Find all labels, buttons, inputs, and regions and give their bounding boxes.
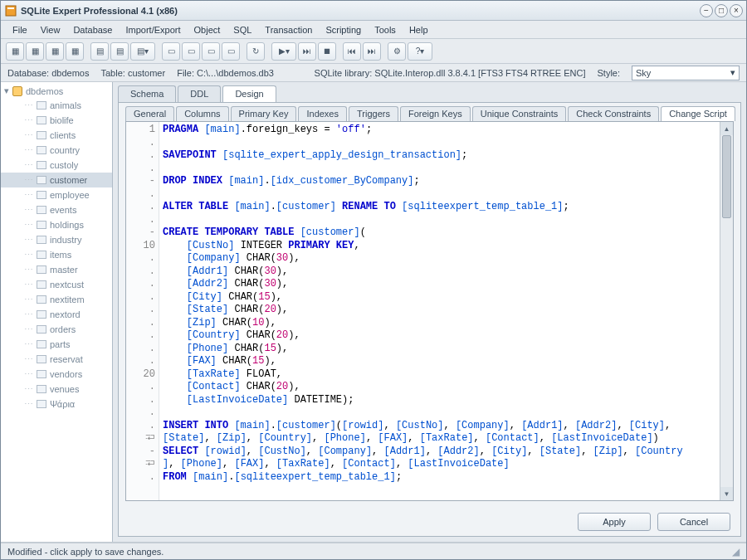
tree-item-biolife[interactable]: ⋯biolife bbox=[1, 113, 112, 128]
menu-view[interactable]: View bbox=[34, 22, 67, 37]
menu-sql[interactable]: SQL bbox=[227, 22, 258, 37]
tree-item-nextcust[interactable]: ⋯nextcust bbox=[1, 277, 112, 292]
tree-dots-icon: ⋯ bbox=[24, 190, 33, 201]
tree-item-nextord[interactable]: ⋯nextord bbox=[1, 307, 112, 322]
tab-design[interactable]: Design bbox=[222, 85, 276, 102]
tree-item-custoly[interactable]: ⋯custoly bbox=[1, 158, 112, 173]
tree-dots-icon: ⋯ bbox=[24, 115, 33, 126]
tb-btn-7[interactable]: ▤▾ bbox=[130, 42, 155, 61]
tabs-sub: General Columns Primary Key Indexes Trig… bbox=[119, 103, 740, 121]
menu-database[interactable]: Database bbox=[66, 22, 119, 37]
tab-primary-key[interactable]: Primary Key bbox=[231, 106, 297, 121]
menu-import-export[interactable]: Import/Export bbox=[119, 22, 187, 37]
menubar: File View Database Import/Export Object … bbox=[1, 21, 746, 39]
menu-object[interactable]: Object bbox=[188, 22, 227, 37]
style-select[interactable]: Sky ▾ bbox=[632, 66, 740, 80]
tab-indexes[interactable]: Indexes bbox=[298, 106, 347, 121]
tb-btn-6[interactable]: ▤ bbox=[110, 42, 129, 61]
tree-item-country[interactable]: ⋯country bbox=[1, 143, 112, 158]
tb-btn-9[interactable]: ▭ bbox=[182, 42, 200, 61]
tab-columns[interactable]: Columns bbox=[176, 106, 228, 121]
scroll-down-icon[interactable]: ▼ bbox=[720, 487, 733, 500]
tree-item-events[interactable]: ⋯events bbox=[1, 202, 112, 217]
style-value: Sky bbox=[636, 68, 651, 78]
collapse-icon: ▾ bbox=[4, 85, 9, 96]
app-icon bbox=[4, 4, 17, 17]
tab-check-constraints[interactable]: Check Constraints bbox=[568, 106, 659, 121]
table-icon bbox=[37, 221, 46, 229]
tb-stop-button[interactable]: ⏹ bbox=[318, 42, 336, 61]
tb-btn-5[interactable]: ▤ bbox=[90, 42, 109, 61]
tree-item-nextitem[interactable]: ⋯nextitem bbox=[1, 292, 112, 307]
tree-item-holdings[interactable]: ⋯holdings bbox=[1, 217, 112, 232]
tb-btn-1[interactable]: ▦ bbox=[6, 42, 24, 61]
tree-item-reservat[interactable]: ⋯reservat bbox=[1, 352, 112, 367]
menu-tools[interactable]: Tools bbox=[368, 22, 403, 37]
tree-item-employee[interactable]: ⋯employee bbox=[1, 187, 112, 202]
tb-first-button[interactable]: ⏮ bbox=[343, 42, 361, 61]
tab-schema[interactable]: Schema bbox=[118, 85, 176, 102]
minimize-button[interactable]: − bbox=[700, 4, 713, 17]
tb-btn-2[interactable]: ▦ bbox=[26, 42, 44, 61]
tb-last-button[interactable]: ⏭ bbox=[363, 42, 381, 61]
tb-btn-10[interactable]: ▭ bbox=[202, 42, 220, 61]
table-icon bbox=[37, 370, 46, 378]
scrollbar-vertical[interactable]: ▲ ▼ bbox=[720, 122, 733, 500]
tabs-top: Schema DDL Design bbox=[113, 82, 746, 102]
tree-item-master[interactable]: ⋯master bbox=[1, 262, 112, 277]
resize-grip-icon[interactable]: ◢ bbox=[732, 546, 740, 558]
maximize-button[interactable]: □ bbox=[715, 4, 728, 17]
tree-item-parts[interactable]: ⋯parts bbox=[1, 337, 112, 352]
tree-item-label: parts bbox=[50, 339, 70, 349]
tab-triggers[interactable]: Triggers bbox=[349, 106, 398, 121]
tb-step-button[interactable]: ⏭ bbox=[298, 42, 316, 61]
tree-root[interactable]: ▾ dbdemos bbox=[1, 84, 112, 98]
scroll-up-icon[interactable]: ▲ bbox=[720, 122, 733, 135]
tree-dots-icon: ⋯ bbox=[24, 339, 33, 350]
scroll-thumb[interactable] bbox=[722, 135, 731, 218]
tree-item-vendors[interactable]: ⋯vendors bbox=[1, 367, 112, 382]
statusbar: Modified - click apply to save changes. … bbox=[1, 543, 746, 559]
tree-dots-icon: ⋯ bbox=[24, 354, 33, 365]
cancel-button[interactable]: Cancel bbox=[657, 513, 730, 531]
tab-ddl[interactable]: DDL bbox=[178, 85, 221, 102]
sql-editor[interactable]: 1 . . . - . . . - 10 . . . . . . . . . 2… bbox=[125, 121, 734, 501]
tb-settings-button[interactable]: ⚙ bbox=[388, 42, 406, 61]
tree-item-animals[interactable]: ⋯animals bbox=[1, 98, 112, 113]
titlebar: SQLite Expert Professional 4.1 (x86) − □… bbox=[1, 1, 746, 21]
tree-item-clients[interactable]: ⋯clients bbox=[1, 128, 112, 143]
tree-dots-icon: ⋯ bbox=[24, 220, 33, 231]
tree-dots-icon: ⋯ bbox=[24, 265, 33, 275]
tree-item-industry[interactable]: ⋯industry bbox=[1, 232, 112, 247]
tab-unique-constraints[interactable]: Unique Constraints bbox=[472, 106, 567, 121]
tree-item-label: orders bbox=[50, 324, 76, 334]
tab-general[interactable]: General bbox=[125, 106, 174, 121]
table-icon bbox=[37, 265, 46, 274]
tb-btn-11[interactable]: ▭ bbox=[222, 42, 240, 61]
tb-play-button[interactable]: ▶▾ bbox=[271, 42, 296, 61]
menu-transaction[interactable]: Transaction bbox=[258, 22, 319, 37]
editor-code[interactable]: PRAGMA [main].foreign_keys = 'off'; SAVE… bbox=[159, 122, 733, 500]
tb-btn-8[interactable]: ▭ bbox=[162, 42, 180, 61]
menu-help[interactable]: Help bbox=[403, 22, 435, 37]
tree-item-label: country bbox=[50, 145, 80, 155]
tab-foreign-keys[interactable]: Foreign Keys bbox=[400, 106, 471, 121]
menu-scripting[interactable]: Scripting bbox=[319, 22, 368, 37]
tab-change-script[interactable]: Change Script bbox=[661, 106, 735, 121]
tree-item-venues[interactable]: ⋯venues bbox=[1, 382, 112, 397]
tree-item-orders[interactable]: ⋯orders bbox=[1, 322, 112, 337]
tree-dots-icon: ⋯ bbox=[24, 175, 33, 186]
tb-btn-12[interactable]: ↻ bbox=[247, 42, 265, 61]
table-icon bbox=[37, 206, 46, 214]
close-button[interactable]: × bbox=[730, 4, 743, 17]
tb-help-button[interactable]: ?▾ bbox=[408, 42, 432, 61]
tree-item-label: customer bbox=[50, 175, 87, 185]
tree-item-customer[interactable]: ⋯customer bbox=[1, 173, 112, 187]
tb-btn-4[interactable]: ▦ bbox=[66, 42, 84, 61]
tree-item-Ψάρια[interactable]: ⋯Ψάρια bbox=[1, 397, 112, 411]
tree-item-items[interactable]: ⋯items bbox=[1, 247, 112, 262]
tb-btn-3[interactable]: ▦ bbox=[46, 42, 64, 61]
menu-file[interactable]: File bbox=[6, 22, 34, 37]
apply-button[interactable]: Apply bbox=[578, 513, 651, 531]
database-icon bbox=[12, 86, 22, 96]
